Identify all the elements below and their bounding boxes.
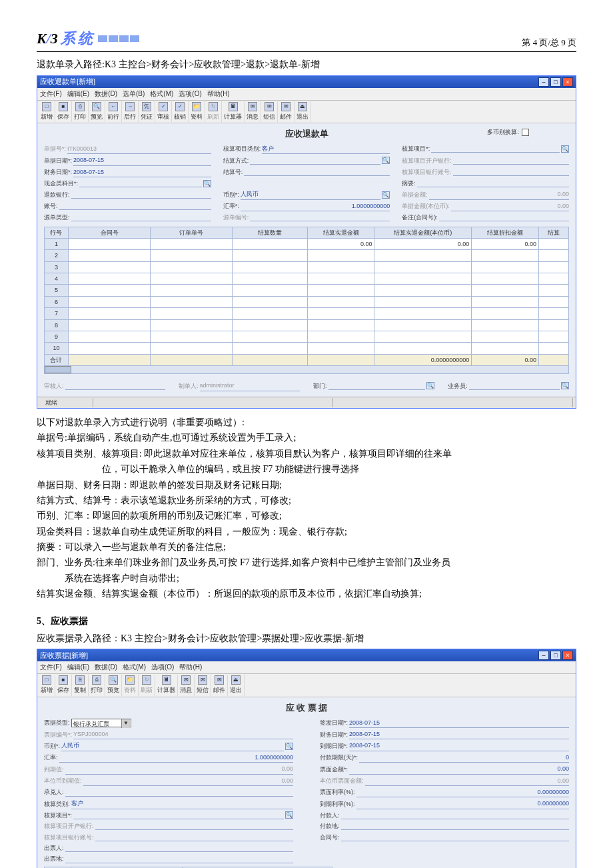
face-rate[interactable]: 0.00000000 bbox=[356, 787, 570, 797]
tb-sms[interactable]: ✉短信 bbox=[195, 675, 211, 695]
lookup-icon[interactable]: 🔍 bbox=[382, 191, 390, 199]
maximize-icon[interactable]: □ bbox=[550, 651, 561, 660]
pay-term[interactable]: 0 bbox=[359, 753, 569, 763]
bill-window: 应收票据[新增] – □ × 文件(F)编辑(E)数据(D)格式(M)选项(O)… bbox=[37, 649, 576, 868]
summary[interactable] bbox=[417, 179, 569, 187]
lookup-icon[interactable]: 🔍 bbox=[561, 145, 569, 153]
tb-prev[interactable]: ←前行 bbox=[105, 101, 122, 122]
tb-voucher[interactable]: 凭凭证 bbox=[139, 101, 155, 122]
due-date[interactable]: 2008-07-15 bbox=[349, 741, 569, 751]
maximize-icon[interactable]: □ bbox=[550, 77, 561, 87]
bill-no: YSPJ000004 bbox=[73, 729, 293, 739]
currency[interactable]: 人民币 bbox=[61, 741, 284, 751]
acct-cat[interactable]: 客户 bbox=[262, 144, 390, 154]
refund-bank[interactable] bbox=[71, 191, 211, 199]
tb-next[interactable]: →后行 bbox=[122, 101, 139, 122]
tb-calc[interactable]: 🖩计算器 bbox=[222, 101, 245, 122]
section-5-title: 5、应收票据 bbox=[37, 614, 576, 629]
lookup-icon[interactable]: 🔍 bbox=[561, 382, 569, 389]
menu-bar[interactable]: 文件(F)编辑(E)数据(D)选单(B)格式(M)选项(O)帮助(H) bbox=[37, 88, 576, 101]
remark[interactable] bbox=[439, 213, 569, 221]
currency[interactable]: 人民币 bbox=[241, 189, 381, 199]
toolbar: □新增 ■保存 ⎘复制 ⎙打印 🔍预览 📁资料 ↻刷新 🖩计算器 ✉消息 ✉短信… bbox=[37, 674, 576, 697]
due-rate[interactable]: 0.00000000 bbox=[356, 799, 570, 809]
close-icon[interactable]: × bbox=[562, 77, 573, 87]
cash-subj[interactable] bbox=[79, 179, 202, 187]
contract-no[interactable] bbox=[341, 833, 569, 841]
tb-data[interactable]: 📁资料 bbox=[189, 101, 205, 122]
rate[interactable]: 1.0000000000 bbox=[59, 753, 293, 763]
tb-mail[interactable]: ✉邮件 bbox=[211, 675, 228, 695]
form-title: 应 收 票 据 bbox=[44, 700, 569, 718]
salesman[interactable] bbox=[469, 382, 560, 390]
doc-date[interactable]: 2008-07-15 bbox=[73, 155, 211, 165]
tb-exit[interactable]: ⏏退出 bbox=[228, 675, 245, 695]
acceptor[interactable] bbox=[65, 789, 293, 797]
lookup-icon[interactable]: 🔍 bbox=[382, 157, 390, 164]
h-scrollbar[interactable] bbox=[44, 366, 569, 374]
acct-item[interactable] bbox=[73, 811, 284, 819]
page-info: 第 4 页/总 9 页 bbox=[522, 36, 576, 50]
title-bar: 应收票据[新增] – □ × bbox=[37, 649, 576, 661]
tb-msg[interactable]: ✉消息 bbox=[178, 675, 195, 695]
bill-type-select[interactable]: 银行承兑汇票 bbox=[71, 719, 131, 727]
face-amt[interactable]: 0.00 bbox=[349, 764, 569, 774]
maker: administrator bbox=[200, 381, 300, 391]
tb-calc[interactable]: 🖩计算器 bbox=[155, 675, 178, 695]
minimize-icon[interactable]: – bbox=[538, 651, 549, 660]
tb-audit[interactable]: ✓审核 bbox=[155, 101, 172, 122]
tb-new[interactable]: □新增 bbox=[39, 101, 55, 122]
lookup-icon[interactable]: 🔍 bbox=[285, 811, 293, 819]
bill-path: 应收票据录入路径：K3 主控台>财务会计>应收款管理>票据处理>应收票据-新增 bbox=[37, 631, 576, 646]
settle-method[interactable] bbox=[250, 157, 380, 165]
rate[interactable]: 1.0000000000 bbox=[241, 201, 390, 211]
tb-exit[interactable]: ⏏退出 bbox=[295, 101, 311, 122]
close-icon[interactable]: × bbox=[562, 651, 573, 660]
drawer[interactable] bbox=[65, 844, 293, 852]
acct-cat[interactable]: 客户 bbox=[71, 799, 293, 809]
tb-refresh[interactable]: ↻刷新 bbox=[205, 101, 222, 122]
tb-copy[interactable]: ⎘复制 bbox=[72, 675, 89, 695]
fin-date[interactable]: 2008-07-15 bbox=[349, 729, 569, 739]
tb-sms[interactable]: ✉短信 bbox=[261, 101, 278, 122]
dept[interactable] bbox=[328, 382, 425, 390]
lookup-icon[interactable]: 🔍 bbox=[426, 382, 434, 389]
form-title: 应收退款单 多币别换算: bbox=[44, 126, 569, 144]
refund-description: 以下对退款单录入方式进行说明（非重要项略过）: 单据号:单据编码，系统自动产生,… bbox=[37, 415, 576, 602]
settle-no[interactable] bbox=[244, 168, 390, 176]
tb-verify[interactable]: ✓核销 bbox=[172, 101, 189, 122]
status-bar: 就绪 bbox=[37, 397, 576, 408]
tb-data[interactable]: 📁资料 bbox=[122, 675, 139, 695]
tb-preview[interactable]: 🔍预览 bbox=[105, 675, 122, 695]
tb-print[interactable]: ⎙打印 bbox=[89, 675, 105, 695]
window-title: 应收票据[新增] bbox=[40, 650, 88, 662]
window-title: 应收退款单[新增] bbox=[40, 76, 95, 88]
acct-item[interactable] bbox=[431, 145, 560, 153]
tb-save[interactable]: ■保存 bbox=[55, 101, 72, 122]
src-type[interactable] bbox=[71, 213, 211, 221]
pay-place[interactable] bbox=[341, 822, 569, 830]
tb-preview[interactable]: 🔍预览 bbox=[89, 101, 105, 122]
tb-msg[interactable]: ✉消息 bbox=[245, 101, 261, 122]
account[interactable] bbox=[59, 202, 211, 210]
lookup-icon[interactable]: 🔍 bbox=[203, 180, 211, 187]
multi-currency-checkbox[interactable] bbox=[522, 129, 529, 136]
tb-refresh[interactable]: ↻刷新 bbox=[139, 675, 155, 695]
doc-no: ITK000013 bbox=[67, 144, 211, 154]
draw-place[interactable] bbox=[65, 855, 293, 863]
title-bar: 应收退款单[新增] – □ × bbox=[37, 76, 576, 88]
refund-lines-table[interactable]: 行号合同号订单单号结算数量结算实退金额结算实退金额(本位币)结算折扣金额结算 1… bbox=[44, 227, 569, 367]
minimize-icon[interactable]: – bbox=[538, 77, 549, 87]
tb-save[interactable]: ■保存 bbox=[55, 675, 72, 695]
tb-new[interactable]: □新增 bbox=[39, 675, 55, 695]
tb-print[interactable]: ⎙打印 bbox=[72, 101, 89, 122]
tb-mail[interactable]: ✉邮件 bbox=[278, 101, 295, 122]
payer[interactable] bbox=[341, 811, 569, 819]
refund-window: 应收退款单[新增] – □ × 文件(F)编辑(E)数据(D)选单(B)格式(M… bbox=[37, 75, 576, 409]
fin-date[interactable]: 2008-07-15 bbox=[73, 167, 211, 177]
menu-bar[interactable]: 文件(F)编辑(E)数据(D)格式(M)选项(O)帮助(H) bbox=[37, 661, 576, 674]
lookup-icon[interactable]: 🔍 bbox=[285, 743, 293, 750]
sign-date[interactable]: 2008-07-15 bbox=[349, 718, 569, 728]
refund-path: 退款单录入路径:K3 主控台>财务会计>应收款管理>退款>退款单-新增 bbox=[37, 57, 576, 72]
logo: K/3 系统 bbox=[37, 27, 139, 50]
